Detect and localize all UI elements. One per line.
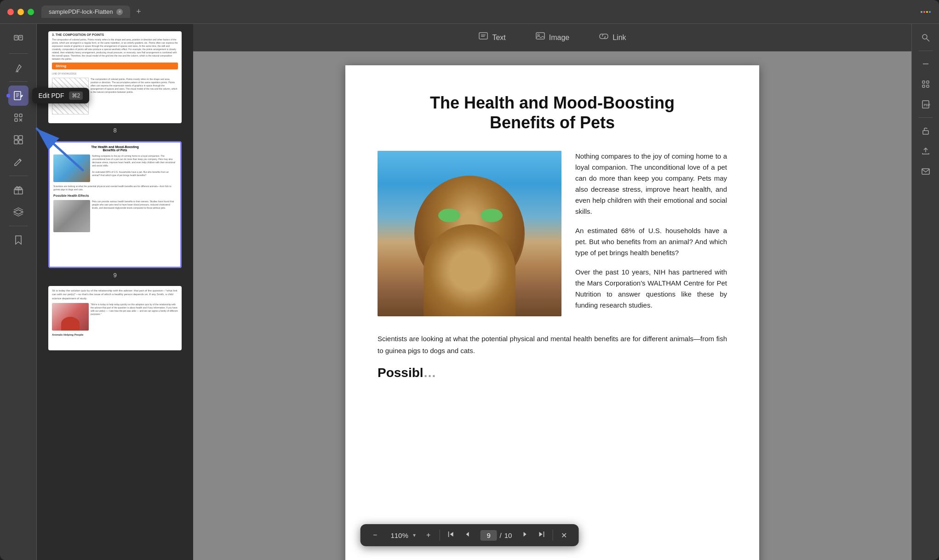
minimize-button[interactable] <box>17 9 24 15</box>
thumb-content-9: The Health and Mood-BoostingBenefits of … <box>50 143 180 267</box>
image-tool-button[interactable]: Image <box>530 29 575 46</box>
right-minus-icon[interactable] <box>917 56 934 72</box>
thumb-content-10: Sit is today the solution quiz by of the… <box>48 286 182 350</box>
main-area: Edit PDF ⌘2 <box>0 24 939 560</box>
close-bar-button[interactable]: ✕ <box>556 528 571 543</box>
thumb-p8-header: 3. THE COMPOSITION OF POINTS <box>48 31 182 38</box>
app-window: samplePDF-lock-Flatten × + <box>0 0 939 560</box>
tooltip-shortcut: ⌘2 <box>69 91 83 100</box>
current-page-input[interactable] <box>481 530 497 541</box>
svg-rect-44 <box>923 131 928 134</box>
right-toolbar: PDF/A <box>911 24 939 560</box>
pdf-cat-image <box>378 151 561 316</box>
next-page-button[interactable] <box>517 528 532 543</box>
svg-rect-20 <box>14 136 18 139</box>
sidebar-item-layers[interactable] <box>8 202 29 222</box>
zoom-display: 110% ▾ <box>384 531 419 539</box>
prev-page-button[interactable] <box>460 528 475 543</box>
tooltip-label: Edit PDF <box>39 92 64 99</box>
traffic-lights <box>7 9 34 15</box>
thumb-10-santa-img <box>52 303 89 331</box>
active-tab[interactable]: samplePDF-lock-Flatten × <box>41 6 130 18</box>
thumbnail-page-10[interactable]: Sit is today the solution quiz by of the… <box>44 286 186 350</box>
sidebar-item-ocr[interactable] <box>8 108 29 128</box>
link-tool-button[interactable]: Link <box>593 29 631 46</box>
right-divider-2 <box>919 117 933 118</box>
zoom-plus-icon: + <box>426 531 430 539</box>
image-tool-label: Image <box>549 34 569 42</box>
svg-rect-41 <box>927 85 929 87</box>
last-page-icon <box>538 531 545 540</box>
thumbnail-page-8[interactable]: 3. THE COMPOSITION OF POINTS The composi… <box>44 31 186 134</box>
sidebar-item-highlight[interactable] <box>8 57 29 78</box>
thumb-10-row: "We're is today to help today quickly on… <box>52 303 178 331</box>
svg-rect-31 <box>536 33 544 39</box>
window-menu-icon[interactable] <box>919 6 932 18</box>
zoom-dropdown-icon[interactable]: ▾ <box>413 532 416 538</box>
sidebar-item-reader[interactable] <box>8 29 29 50</box>
thumb-content-8: 3. THE COMPOSITION OF POINTS The composi… <box>48 31 182 123</box>
svg-rect-40 <box>922 85 925 87</box>
right-unlock-icon[interactable] <box>917 122 934 139</box>
svg-point-2 <box>926 11 928 13</box>
page-separator: / <box>500 531 502 539</box>
close-bar-icon: ✕ <box>561 531 567 540</box>
text-tool-button[interactable]: Text <box>473 29 511 46</box>
sidebar-divider-4 <box>9 226 28 226</box>
svg-rect-15 <box>15 114 17 117</box>
pdf-viewer-content[interactable]: The Health and Mood-BoostingBenefits of … <box>193 51 911 560</box>
right-scan-icon[interactable] <box>917 76 934 92</box>
image-tool-icon <box>535 31 545 44</box>
right-search-icon[interactable] <box>917 29 934 46</box>
zoom-minus-button[interactable]: − <box>368 528 383 543</box>
edit-pdf-tooltip: Edit PDF ⌘2 <box>32 88 90 103</box>
first-page-button[interactable] <box>444 528 458 543</box>
svg-rect-45 <box>922 169 929 174</box>
right-upload-icon[interactable] <box>917 143 934 159</box>
svg-rect-23 <box>19 140 23 144</box>
thumb-p9-intro-text: Nothing compares to the joy of coming ho… <box>92 154 177 182</box>
page-navigation: / 10 <box>477 530 516 541</box>
last-page-button[interactable] <box>534 528 549 543</box>
link-tool-label: Link <box>613 34 626 42</box>
pdf-para-2: An estimated 68% of U.S. households have… <box>575 225 727 258</box>
svg-point-0 <box>921 11 922 13</box>
close-button[interactable] <box>7 9 14 15</box>
active-indicator <box>6 94 10 97</box>
titlebar: samplePDF-lock-Flatten × + <box>0 0 939 24</box>
sidebar-item-organize[interactable] <box>8 130 29 150</box>
new-tab-button[interactable]: + <box>132 6 145 18</box>
thumb-p9-cat-img <box>53 154 90 182</box>
pdf-subtitle: Possibl… <box>378 366 727 380</box>
sidebar-item-gift[interactable] <box>8 180 29 200</box>
thumbnail-page-9[interactable]: The Health and Mood-BoostingBenefits of … <box>44 141 186 279</box>
svg-rect-17 <box>15 119 17 121</box>
tab-bar: samplePDF-lock-Flatten × + <box>41 6 919 18</box>
thumb-p9-title: The Health and Mood-BoostingBenefits of … <box>50 143 180 153</box>
fullscreen-button[interactable] <box>28 9 34 15</box>
thumb-p8-string: String <box>52 63 178 69</box>
right-pdfa-icon[interactable]: PDF/A <box>917 96 934 113</box>
sidebar-item-bookmark[interactable] <box>8 230 29 250</box>
thumb-p8-text: The composition of colored points, Point… <box>48 38 182 61</box>
thumb-10-subtitle: Animals Helping People <box>52 333 178 336</box>
sidebar-item-annotate[interactable] <box>8 152 29 172</box>
thumb-p8-line: LINE OF KNOWLEDGE <box>48 71 182 76</box>
thumbnail-panel: 3. THE COMPOSITION OF POINTS The composi… <box>37 24 193 560</box>
tab-close-button[interactable]: × <box>116 9 123 15</box>
right-mail-icon[interactable] <box>917 163 934 179</box>
pdf-para-1: Nothing compares to the joy of coming ho… <box>575 151 727 217</box>
link-tool-icon <box>599 31 609 44</box>
svg-line-36 <box>927 39 929 41</box>
text-tool-label: Text <box>492 34 505 42</box>
thumb-p9-animals-img <box>53 200 90 232</box>
thumb-img-8[interactable]: 3. THE COMPOSITION OF POINTS The composi… <box>48 31 182 123</box>
zoom-level: 110% <box>388 531 411 539</box>
thumb-img-9[interactable]: The Health and Mood-BoostingBenefits of … <box>48 141 182 268</box>
sidebar-item-edit-pdf[interactable]: Edit PDF ⌘2 <box>8 86 29 106</box>
zoom-minus-icon: − <box>373 531 377 539</box>
thumb-img-10[interactable]: Sit is today the solution quiz by of the… <box>48 286 182 350</box>
sidebar-divider-2 <box>9 81 28 82</box>
svg-rect-11 <box>14 91 21 100</box>
zoom-plus-button[interactable]: + <box>421 528 436 543</box>
